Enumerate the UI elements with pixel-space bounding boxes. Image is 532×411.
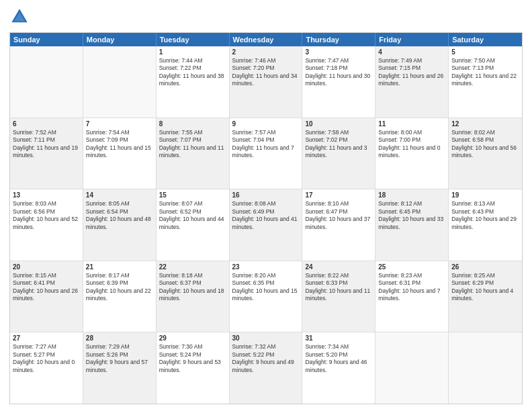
day-number: 25 [378,263,445,271]
calendar-row-4: 27Sunrise: 7:27 AMSunset: 5:27 PMDayligh… [10,332,522,404]
day-number: 5 [451,48,519,56]
cal-cell-3-1: 21Sunrise: 8:17 AMSunset: 6:39 PMDayligh… [83,261,157,332]
cal-cell-3-3: 23Sunrise: 8:20 AMSunset: 6:35 PMDayligh… [230,261,303,332]
day-number: 14 [86,191,153,199]
sunset-text: Sunset: 6:47 PM [305,208,372,216]
cal-cell-0-4: 3Sunrise: 7:47 AMSunset: 7:18 PMDaylight… [302,46,375,118]
daylight-text: Daylight: 9 hours and 46 minutes. [305,359,372,374]
sunset-text: Sunset: 5:24 PM [159,351,226,359]
sunset-text: Sunset: 7:07 PM [159,136,226,144]
sunrise-text: Sunrise: 7:58 AM [305,129,372,136]
day-number: 31 [305,334,372,342]
sunset-text: Sunset: 6:33 PM [305,279,372,287]
sunrise-text: Sunrise: 7:27 AM [13,343,80,351]
sunrise-text: Sunrise: 7:29 AM [86,343,153,351]
day-number: 15 [159,191,226,199]
header-cell-tuesday: Tuesday [157,33,230,46]
sunset-text: Sunset: 6:35 PM [232,279,300,287]
cal-cell-2-3: 16Sunrise: 8:08 AMSunset: 6:49 PMDayligh… [230,189,303,261]
sunrise-text: Sunrise: 8:15 AM [13,272,80,279]
daylight-text: Daylight: 10 hours and 44 minutes. [159,216,226,231]
sunset-text: Sunset: 6:43 PM [451,208,519,216]
sunrise-text: Sunrise: 8:12 AM [378,200,445,208]
day-number: 24 [305,263,372,271]
day-number: 17 [305,191,372,199]
day-number: 16 [232,191,300,199]
cal-cell-2-1: 14Sunrise: 8:05 AMSunset: 6:54 PMDayligh… [83,189,157,261]
daylight-text: Daylight: 11 hours and 34 minutes. [232,73,300,88]
daylight-text: Daylight: 11 hours and 11 minutes. [159,144,226,160]
daylight-text: Daylight: 10 hours and 26 minutes. [13,287,80,303]
cal-cell-2-6: 19Sunrise: 8:13 AMSunset: 6:43 PMDayligh… [449,189,522,261]
sunset-text: Sunset: 6:52 PM [159,208,226,216]
header-cell-friday: Friday [375,33,449,46]
daylight-text: Daylight: 10 hours and 22 minutes. [86,287,153,303]
cal-cell-3-0: 20Sunrise: 8:15 AMSunset: 6:41 PMDayligh… [10,261,83,332]
cal-cell-2-2: 15Sunrise: 8:07 AMSunset: 6:52 PMDayligh… [157,189,230,261]
daylight-text: Daylight: 10 hours and 33 minutes. [378,216,445,231]
cal-cell-0-1 [83,46,157,118]
sunset-text: Sunset: 6:49 PM [232,208,300,216]
cal-cell-1-4: 10Sunrise: 7:58 AMSunset: 7:02 PMDayligh… [302,118,375,189]
cal-cell-0-2: 1Sunrise: 7:44 AMSunset: 7:22 PMDaylight… [157,46,230,118]
day-number: 4 [378,48,445,56]
sunrise-text: Sunrise: 8:02 AM [451,129,519,136]
daylight-text: Daylight: 10 hours and 52 minutes. [13,216,80,231]
sunset-text: Sunset: 5:27 PM [13,351,80,359]
sunrise-text: Sunrise: 7:32 AM [232,343,300,351]
sunset-text: Sunset: 6:58 PM [451,136,519,144]
day-number: 21 [86,263,153,271]
cal-cell-0-3: 2Sunrise: 7:46 AMSunset: 7:20 PMDaylight… [230,46,303,118]
calendar-row-0: 1Sunrise: 7:44 AMSunset: 7:22 PMDaylight… [10,46,522,118]
sunrise-text: Sunrise: 7:44 AM [159,57,226,64]
sunset-text: Sunset: 6:41 PM [13,279,80,287]
logo-icon [9,7,30,27]
daylight-text: Daylight: 10 hours and 18 minutes. [159,287,226,303]
cal-cell-1-0: 6Sunrise: 7:52 AMSunset: 7:11 PMDaylight… [10,118,83,189]
sunrise-text: Sunrise: 8:22 AM [305,272,372,279]
cal-cell-4-4: 31Sunrise: 7:34 AMSunset: 5:20 PMDayligh… [302,332,375,404]
sunrise-text: Sunrise: 8:20 AM [232,272,300,279]
day-number: 3 [305,48,372,56]
day-number: 28 [86,334,153,342]
day-number: 2 [232,48,300,56]
sunrise-text: Sunrise: 7:54 AM [86,129,153,136]
day-number: 1 [159,48,226,56]
calendar-header: SundayMondayTuesdayWednesdayThursdayFrid… [10,33,522,46]
sunset-text: Sunset: 6:37 PM [159,279,226,287]
cal-cell-1-3: 9Sunrise: 7:57 AMSunset: 7:04 PMDaylight… [230,118,303,189]
daylight-text: Daylight: 9 hours and 53 minutes. [159,359,226,374]
sunrise-text: Sunrise: 8:10 AM [305,200,372,208]
sunrise-text: Sunrise: 8:23 AM [378,272,445,279]
daylight-text: Daylight: 11 hours and 15 minutes. [86,144,153,160]
daylight-text: Daylight: 10 hours and 56 minutes. [451,144,519,160]
daylight-text: Daylight: 11 hours and 26 minutes. [378,73,445,88]
cal-cell-3-5: 25Sunrise: 8:23 AMSunset: 6:31 PMDayligh… [375,261,449,332]
sunset-text: Sunset: 7:04 PM [232,136,300,144]
sunset-text: Sunset: 7:18 PM [305,64,372,72]
sunrise-text: Sunrise: 7:49 AM [378,57,445,64]
cal-cell-1-2: 8Sunrise: 7:55 AMSunset: 7:07 PMDaylight… [157,118,230,189]
cal-cell-1-6: 12Sunrise: 8:02 AMSunset: 6:58 PMDayligh… [449,118,522,189]
sunset-text: Sunset: 7:00 PM [378,136,445,144]
header-cell-sunday: Sunday [10,33,83,46]
day-number: 26 [451,263,519,271]
sunset-text: Sunset: 7:11 PM [13,136,80,144]
page: SundayMondayTuesdayWednesdayThursdayFrid… [0,0,532,411]
sunset-text: Sunset: 7:15 PM [378,64,445,72]
sunrise-text: Sunrise: 8:07 AM [159,200,226,208]
sunrise-text: Sunrise: 7:47 AM [305,57,372,64]
daylight-text: Daylight: 10 hours and 4 minutes. [451,287,519,303]
header-cell-wednesday: Wednesday [230,33,303,46]
day-number: 29 [159,334,226,342]
cal-cell-1-5: 11Sunrise: 8:00 AMSunset: 7:00 PMDayligh… [375,118,449,189]
cal-cell-2-4: 17Sunrise: 8:10 AMSunset: 6:47 PMDayligh… [302,189,375,261]
cal-cell-0-5: 4Sunrise: 7:49 AMSunset: 7:15 PMDaylight… [375,46,449,118]
cal-cell-1-1: 7Sunrise: 7:54 AMSunset: 7:09 PMDaylight… [83,118,157,189]
sunrise-text: Sunrise: 8:25 AM [451,272,519,279]
cal-cell-2-5: 18Sunrise: 8:12 AMSunset: 6:45 PMDayligh… [375,189,449,261]
sunrise-text: Sunrise: 7:57 AM [232,129,300,136]
day-number: 19 [451,191,519,199]
daylight-text: Daylight: 10 hours and 37 minutes. [305,216,372,231]
daylight-text: Daylight: 9 hours and 49 minutes. [232,359,300,374]
